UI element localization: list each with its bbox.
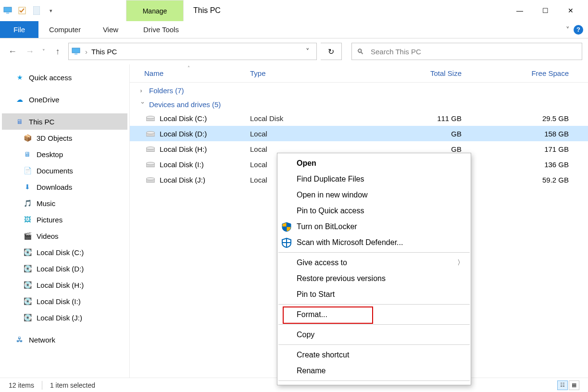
tree-item-local-disk-d-[interactable]: 💽Local Disk (D:) bbox=[2, 260, 127, 277]
computer-tab[interactable]: Computer bbox=[38, 21, 91, 38]
col-free[interactable]: Free Space bbox=[481, 69, 588, 77]
folder-icon: 🎬 bbox=[23, 232, 32, 240]
drive-icon bbox=[146, 146, 155, 152]
search-box[interactable]: 🔍︎ Search This PC bbox=[351, 43, 582, 60]
tree-quick-access[interactable]: ★Quick access bbox=[2, 69, 127, 86]
manage-tab[interactable]: Manage bbox=[126, 0, 184, 21]
status-items: 12 items bbox=[9, 381, 34, 389]
shield-yellow-icon bbox=[280, 220, 293, 233]
chevron-right-icon: 〉 bbox=[457, 258, 464, 267]
drive-icon bbox=[146, 176, 155, 183]
col-name[interactable]: ˄Name bbox=[144, 69, 250, 77]
window-title: This PC bbox=[184, 0, 502, 21]
drive-icon bbox=[146, 115, 155, 122]
tree-this-pc[interactable]: 🖥This PC bbox=[2, 113, 127, 130]
cloud-icon: ☁ bbox=[15, 95, 24, 104]
ribbon: File Computer View Drive Tools ˅ ? bbox=[0, 21, 588, 38]
help-icon[interactable]: ? bbox=[574, 25, 583, 35]
breadcrumb-root[interactable]: This PC bbox=[91, 48, 117, 56]
search-icon: 🔍︎ bbox=[357, 48, 364, 56]
tree-onedrive[interactable]: ☁OneDrive bbox=[2, 91, 127, 108]
ctx-restore-previous[interactable]: Restore previous versions bbox=[277, 270, 471, 286]
up-button[interactable]: ↑ bbox=[51, 47, 64, 57]
ctx-open[interactable]: Open bbox=[277, 155, 471, 171]
address-dropdown[interactable]: ˅ bbox=[302, 47, 313, 56]
col-type[interactable]: Type bbox=[250, 69, 389, 77]
refresh-button[interactable]: ↻ bbox=[321, 43, 342, 60]
checkbox-icon[interactable] bbox=[16, 5, 28, 16]
ctx-copy[interactable]: Copy bbox=[277, 327, 471, 343]
tree-item-downloads[interactable]: ⬇Downloads bbox=[2, 179, 127, 195]
history-dropdown[interactable]: ˅ bbox=[40, 49, 47, 55]
tree-item-3d-objects[interactable]: 📦3D Objects bbox=[2, 130, 127, 146]
column-headers: ˄Name Type Total Size Free Space bbox=[130, 64, 588, 83]
status-selected: 1 item selected bbox=[50, 381, 95, 389]
drive-row[interactable]: Local Disk (C:)Local Disk111 GB29.5 GB bbox=[130, 110, 588, 126]
navigation-bar: ← → ˅ ↑ › This PC ˅ ↻ 🔍︎ Search This PC bbox=[0, 38, 588, 64]
monitor-small-icon bbox=[72, 48, 81, 55]
ctx-defender[interactable]: Scan with Microsoft Defender... bbox=[277, 234, 471, 250]
folder-icon: 📦 bbox=[23, 134, 32, 142]
tree-item-music[interactable]: 🎵Music bbox=[2, 195, 127, 211]
context-menu: Open Find Duplicate Files Open in new wi… bbox=[277, 153, 471, 385]
chevron-right-icon: › bbox=[140, 87, 145, 94]
globe-icon: 🖧 bbox=[15, 335, 24, 344]
folder-icon: 🎵 bbox=[23, 199, 32, 208]
ribbon-collapse-chevron[interactable]: ˅ bbox=[566, 25, 570, 34]
folder-icon: 🖥 bbox=[23, 150, 32, 159]
tree-item-local-disk-j-[interactable]: 💽Local Disk (J:) bbox=[2, 309, 127, 326]
svg-point-9 bbox=[146, 132, 155, 134]
monitor-icon[interactable] bbox=[2, 5, 13, 16]
folder-icon: 💽 bbox=[23, 297, 32, 306]
tree-item-desktop[interactable]: 🖥Desktop bbox=[2, 146, 127, 162]
qat-overflow[interactable]: ▾ bbox=[45, 5, 57, 16]
tree-item-local-disk-h-[interactable]: 💽Local Disk (H:) bbox=[2, 277, 127, 293]
section-drives[interactable]: ›Devices and drives (5) bbox=[130, 97, 588, 110]
tree-item-pictures[interactable]: 🖼Pictures bbox=[2, 211, 127, 228]
maximize-button[interactable]: ☐ bbox=[542, 7, 549, 14]
tree-item-local-disk-i-[interactable]: 💽Local Disk (I:) bbox=[2, 293, 127, 309]
drive-tools-tab[interactable]: Drive Tools bbox=[130, 21, 192, 38]
address-bar[interactable]: › This PC ˅ bbox=[68, 43, 317, 60]
ctx-pin-quick-access[interactable]: Pin to Quick access bbox=[277, 203, 471, 219]
drive-row[interactable]: Local Disk (D:)LocalGB158 GB bbox=[130, 126, 588, 141]
manage-tab-label: Manage bbox=[143, 7, 167, 15]
tree-item-videos[interactable]: 🎬Videos bbox=[2, 228, 127, 244]
ctx-find-duplicates[interactable]: Find Duplicate Files bbox=[277, 171, 471, 187]
ctx-rename[interactable]: Rename bbox=[277, 363, 471, 379]
minimize-button[interactable]: — bbox=[516, 7, 523, 14]
tree-item-local-disk-c-[interactable]: 💽Local Disk (C:) bbox=[2, 244, 127, 260]
ctx-create-shortcut[interactable]: Create shortcut bbox=[277, 347, 471, 363]
forward-button[interactable]: → bbox=[23, 47, 37, 57]
col-total[interactable]: Total Size bbox=[389, 69, 481, 77]
icons-view-button[interactable]: ▦ bbox=[569, 380, 579, 390]
back-button[interactable]: ← bbox=[6, 47, 19, 57]
ctx-format[interactable]: Format... bbox=[277, 306, 471, 322]
folder-icon: 💽 bbox=[23, 281, 32, 289]
monitor-icon: 🖥 bbox=[15, 117, 24, 126]
folder-icon: ⬇ bbox=[23, 183, 32, 191]
view-tab[interactable]: View bbox=[91, 21, 130, 38]
drive-icon bbox=[146, 130, 155, 137]
ctx-give-access[interactable]: Give access to〉 bbox=[277, 255, 471, 270]
folder-icon: 💽 bbox=[23, 313, 32, 322]
folder-icon: 🖼 bbox=[23, 215, 32, 224]
svg-point-11 bbox=[146, 147, 155, 149]
svg-rect-4 bbox=[72, 48, 80, 53]
section-folders[interactable]: ›Folders (7) bbox=[130, 83, 588, 97]
ctx-open-new-window[interactable]: Open in new window bbox=[277, 187, 471, 203]
folder-icon: 💽 bbox=[23, 248, 32, 257]
doc-icon[interactable] bbox=[31, 5, 42, 16]
svg-point-7 bbox=[146, 116, 155, 119]
chevron-down-icon: › bbox=[139, 102, 146, 107]
svg-rect-5 bbox=[75, 53, 77, 55]
tree-item-documents[interactable]: 📄Documents bbox=[2, 162, 127, 179]
tree-network[interactable]: 🖧Network bbox=[2, 331, 127, 348]
ctx-bitlocker[interactable]: Turn on BitLocker bbox=[277, 219, 471, 234]
close-button[interactable]: ✕ bbox=[568, 7, 574, 14]
ctx-pin-start[interactable]: Pin to Start bbox=[277, 286, 471, 302]
file-tab[interactable]: File bbox=[0, 21, 38, 38]
contextual-tab-strip: Manage bbox=[126, 0, 184, 21]
shield-blue-icon bbox=[280, 236, 293, 249]
details-view-button[interactable]: ☷ bbox=[557, 380, 568, 390]
